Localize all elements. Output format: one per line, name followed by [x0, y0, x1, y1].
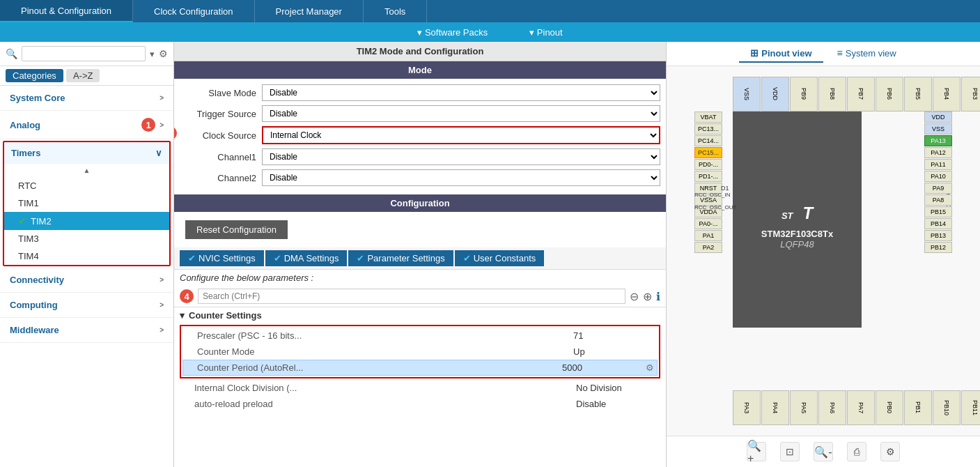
pin-pa3[interactable]: PA3 [733, 390, 761, 425]
pin-pa9[interactable]: PA9 [924, 183, 952, 194]
channel2-select[interactable]: Disable [262, 169, 660, 186]
pin-pd0[interactable]: PD0-... [694, 159, 722, 170]
sidebar: 🔍 ▾ ⚙ Categories A->Z System Core > [0, 42, 174, 467]
pin-pb6[interactable]: PB6 [876, 77, 903, 112]
nav-project[interactable]: Project Manager [255, 0, 364, 22]
pin-pa12[interactable]: PA12 [924, 147, 952, 158]
sidebar-item-system-core[interactable]: System Core > [0, 86, 173, 110]
tab-pinout-view[interactable]: ⊞ Pinout view [739, 45, 823, 63]
pin-pa2[interactable]: PA2 [694, 242, 722, 253]
nav-pinout[interactable]: Pinout & Configuration [0, 0, 133, 22]
reset-configuration-button[interactable]: Reset Configuration [185, 220, 288, 239]
sidebar-item-connectivity[interactable]: Connectivity > [0, 268, 173, 292]
timer-item-tim4[interactable]: TIM4 [4, 247, 169, 265]
pin-pa7[interactable]: PA7 [847, 390, 875, 425]
param-table: ▾ Counter Settings Prescaler (PSC - 16 b… [174, 307, 666, 467]
param-row-counter-mode[interactable]: Counter Mode Up [182, 344, 658, 360]
sidebar-item-computing[interactable]: Computing > [0, 293, 173, 317]
pin-pb7[interactable]: PB7 [847, 77, 875, 112]
pin-pb1[interactable]: PB1 [904, 390, 932, 425]
left-pins: VBAT PC13... PC14... PC15... PD0-... PD1… [694, 112, 722, 253]
chip-logo: ST T [781, 190, 813, 224]
sidebar-item-middleware[interactable]: Middleware > [0, 318, 173, 342]
dropdown-icon[interactable]: ▾ [150, 49, 155, 59]
trigger-source-select[interactable]: Disable [262, 105, 660, 122]
channel1-select[interactable]: Disable [262, 148, 660, 165]
pin-vbat[interactable]: VBAT [694, 112, 722, 123]
configure-text: Configure the below parameters : [174, 270, 666, 286]
sidebar-item-timers[interactable]: Timers ∨ [4, 142, 169, 164]
pin-pa10[interactable]: PA10 [924, 171, 952, 182]
bottom-pins: PA3 PA4 PA5 PA6 PA7 PB0 PB1 PB10 PB11 VS… [733, 390, 980, 425]
param-search-input[interactable] [198, 289, 625, 304]
pin-pa0[interactable]: PA0-... [694, 218, 722, 229]
slave-mode-select[interactable]: Disable [262, 84, 660, 101]
timer-item-tim1[interactable]: TIM1 [4, 194, 169, 212]
timer-item-tim2[interactable]: ✔ TIM2 [4, 212, 169, 230]
pin-pb14[interactable]: PB14 [924, 218, 952, 229]
pin-pb4[interactable]: PB4 [933, 77, 960, 112]
nav-tools[interactable]: Tools [364, 0, 427, 22]
tab-az[interactable]: A->Z [66, 69, 100, 82]
counter-settings-group[interactable]: ▾ Counter Settings [180, 307, 660, 323]
settings2-button[interactable]: ⚙ [880, 442, 900, 461]
pin-vdd-right[interactable]: VDD [924, 112, 952, 123]
timer-item-tim3[interactable]: TIM3 [4, 230, 169, 247]
sub-nav-software-packs[interactable]: ▾ Software Packs [417, 27, 488, 38]
param-nav-next[interactable]: ⊕ [643, 290, 652, 303]
pin-pc14[interactable]: PC14... [694, 135, 722, 146]
tab-categories[interactable]: Categories [6, 69, 63, 82]
pin-vdd-top[interactable]: VDD [761, 77, 789, 112]
pin-vss-top[interactable]: VSS [733, 77, 761, 112]
rcc-osc-out-label: RCC_OSC_OUT [694, 204, 736, 210]
dma-settings-tab[interactable]: ✔ DMA Settings [265, 250, 348, 266]
user-constants-tab[interactable]: ✔ User Constants [455, 250, 545, 266]
pin-pc15[interactable]: PC15... [694, 147, 722, 158]
parameter-settings-tab[interactable]: ✔ Parameter Settings [348, 250, 453, 266]
pin-pb13[interactable]: PB13 [924, 230, 952, 241]
pin-pb3[interactable]: PB3 [961, 77, 980, 112]
pin-pa8[interactable]: PA8 [924, 194, 952, 206]
chip-icon: ⊞ [750, 47, 759, 59]
param-row-prescaler[interactable]: Prescaler (PSC - 16 bits... 71 [182, 328, 658, 344]
zoom-in-button[interactable]: 🔍+ [747, 442, 766, 461]
pin-pb10[interactable]: PB10 [933, 390, 960, 425]
pin-pa13[interactable]: PA13 [924, 135, 952, 146]
sidebar-item-analog[interactable]: Analog 1 > [0, 111, 173, 139]
pin-pd1[interactable]: PD1-... [694, 171, 722, 182]
sub-nav-pinout[interactable]: ▾ Pinout [529, 27, 562, 38]
param-gear-icon[interactable]: ⚙ [646, 362, 657, 373]
timers-scroll-up[interactable]: ▲ [4, 164, 169, 177]
param-row-clock-div[interactable]: Internal Clock Division (... No Division [180, 380, 660, 396]
pin-pa4[interactable]: PA4 [761, 390, 789, 425]
export-button[interactable]: ⎙ [847, 442, 866, 461]
zoom-out-button[interactable]: 🔍- [814, 442, 833, 461]
pin-pa5[interactable]: PA5 [790, 390, 818, 425]
pin-vss-right[interactable]: VSS [924, 123, 952, 135]
pin-pb15[interactable]: PB15 [924, 206, 952, 217]
search-input[interactable] [22, 46, 146, 61]
pin-pb11[interactable]: PB11 [961, 390, 980, 425]
center-scroll[interactable]: Mode Slave Mode Disable Trigger Source [174, 61, 666, 467]
pin-pb8[interactable]: PB8 [818, 77, 846, 112]
pin-pb0[interactable]: PB0 [876, 390, 903, 425]
param-info-icon[interactable]: ℹ [656, 290, 660, 303]
nvic-settings-tab[interactable]: ✔ NVIC Settings [180, 250, 264, 266]
pin-pa11[interactable]: PA11 [924, 159, 952, 170]
gear-icon[interactable]: ⚙ [159, 48, 168, 59]
pin-pa6[interactable]: PA6 [818, 390, 846, 425]
pin-pb9[interactable]: PB9 [790, 77, 818, 112]
pin-pc13[interactable]: PC13... [694, 123, 722, 135]
param-row-counter-period[interactable]: Counter Period (AutoRel... 5000 ⚙ [182, 360, 658, 376]
pin-pb5[interactable]: PB5 [904, 77, 932, 112]
clock-source-select[interactable]: Internal Clock Disable [262, 126, 660, 144]
tab-system-view[interactable]: ≡ System view [826, 45, 908, 63]
nav-clock[interactable]: Clock Configuration [133, 0, 254, 22]
pin-pa1[interactable]: PA1 [694, 230, 722, 241]
param-nav-prev[interactable]: ⊖ [630, 290, 639, 303]
fit-view-button[interactable]: ⊡ [780, 442, 800, 461]
timer-item-rtc[interactable]: RTC [4, 177, 169, 194]
pin-pb12[interactable]: PB12 [924, 242, 952, 253]
sidebar-content: System Core > Analog 1 > [0, 86, 173, 467]
param-row-autoreload[interactable]: auto-reload preload Disable [180, 396, 660, 412]
